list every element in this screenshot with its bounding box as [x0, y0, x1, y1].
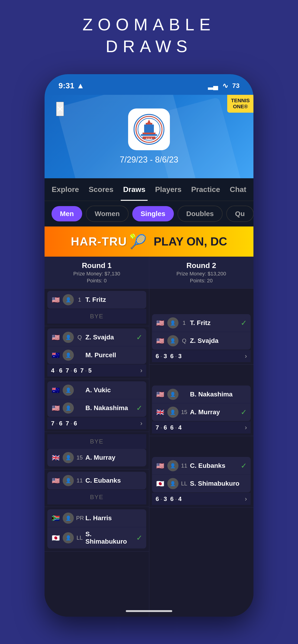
- score-detail-arrow[interactable]: ›: [140, 367, 142, 374]
- nav-tabs: Explore Scores Draws Players Practice Ch…: [45, 178, 253, 201]
- location-icon: ▲: [77, 81, 85, 90]
- score-set: 7 - 6: [51, 420, 63, 427]
- status-bar: 9:31 ▲ ▂▄ ∿ 73: [45, 74, 253, 95]
- flag-usa: 🇺🇸: [156, 338, 165, 344]
- winner-check: ✓: [241, 461, 247, 470]
- match-5: 🇺🇸 👤 11 C. Eubanks BYE: [45, 470, 149, 507]
- avatar: 👤: [167, 478, 178, 489]
- tab-practice[interactable]: Practice: [189, 178, 223, 201]
- winner-check: ✓: [136, 333, 143, 342]
- score-set: 6 - 3: [156, 352, 167, 360]
- filter-singles[interactable]: Singles: [132, 206, 174, 222]
- avatar: 👤: [63, 532, 74, 544]
- round-1-prize: Prize Money: $7,130: [49, 271, 144, 277]
- flag-usa: 🇺🇸: [156, 391, 165, 397]
- avatar: 👤: [63, 384, 74, 396]
- winner-check: ✓: [136, 534, 143, 542]
- player-row: 🇿🇦 👤 PR L. Harris: [47, 509, 146, 527]
- bye-row: BYE: [47, 490, 146, 504]
- flag-jpn: 🇯🇵: [51, 535, 60, 541]
- player-row: 🇺🇸 👤 B. Nakashima: [152, 386, 251, 403]
- match-6: 🇿🇦 👤 PR L. Harris 🇯🇵 👤 LL S. Shimabukuro…: [45, 507, 149, 552]
- avatar: 👤: [63, 475, 74, 486]
- flag-jpn: 🇯🇵: [156, 480, 165, 486]
- tab-players[interactable]: Players: [153, 178, 184, 201]
- r2-match-1: 🇺🇸 👤 1 T. Fritz ✓ 🇺🇸 👤 Q Z. Svajda: [149, 312, 254, 365]
- score-row: 7 - 6 6 - 4 ›: [152, 422, 251, 434]
- round-2-header: Round 2 Prize Money: $13,200 Points: 20: [149, 257, 254, 288]
- match-card-4[interactable]: 🇬🇧 👤 15 A. Murray: [47, 449, 146, 466]
- tennis-one-badge: TENNISONE®: [227, 95, 253, 113]
- score-detail-arrow[interactable]: ›: [140, 420, 142, 427]
- r2-match-card-2[interactable]: 🇺🇸 👤 B. Nakashima 🇬🇧 👤 15 A. Murray ✓: [152, 386, 251, 421]
- match-card-6[interactable]: 🇿🇦 👤 PR L. Harris 🇯🇵 👤 LL S. Shimabukuro…: [47, 509, 146, 548]
- round-2-column: Round 2 Prize Money: $13,200 Points: 20 …: [149, 257, 254, 617]
- player-row: 🇺🇸 👤 1 T. Fritz: [47, 291, 146, 308]
- score-detail-arrow[interactable]: ›: [245, 495, 247, 502]
- player-row: 🇬🇧 👤 15 A. Murray ✓: [152, 403, 251, 421]
- round-1-title: Round 1: [49, 261, 144, 270]
- score-set: 6 - 3: [170, 352, 181, 360]
- score-set: 4 - 6: [51, 367, 63, 374]
- round-2-title: Round 2: [154, 261, 249, 270]
- avatar: 👤: [63, 332, 74, 343]
- match-3: 🇦🇺 👤 A. Vukic 🇺🇸 👤 B. Nakashima ✓: [45, 379, 149, 432]
- avatar: 👤: [63, 294, 74, 305]
- winner-check: ✓: [241, 318, 247, 327]
- flag-gbr: 🇬🇧: [156, 409, 165, 415]
- player-row: 🇺🇸 👤 B. Nakashima ✓: [47, 399, 146, 417]
- banner-ad: HAR-TRU 🎾 PLAY ON, DC: [45, 226, 253, 257]
- player-row: 🇺🇸 👤 Q Z. Svajda: [152, 332, 251, 350]
- tab-scores[interactable]: Scores: [86, 178, 116, 201]
- banner-text-1: HAR-TRU: [71, 235, 127, 248]
- player-row: 🇬🇧 👤 15 A. Murray: [47, 449, 146, 466]
- filter-women[interactable]: Women: [86, 206, 129, 222]
- draws-content: Round 1 Prize Money: $7,130 Points: 0 🇺🇸…: [45, 257, 253, 617]
- tennis-ball-icon: 🎾: [129, 234, 147, 250]
- winner-check: ✓: [241, 408, 247, 416]
- winner-check: ✓: [136, 404, 143, 412]
- close-button[interactable]: ×: [56, 102, 64, 116]
- wifi-icon: ∿: [222, 82, 228, 90]
- player-row: 🇦🇺 👤 M. Purcell: [47, 346, 146, 364]
- match-card-5[interactable]: 🇺🇸 👤 11 C. Eubanks: [47, 472, 146, 490]
- score-row: 6 - 3 6 - 4 ›: [152, 493, 251, 505]
- match-card-2[interactable]: 🇺🇸 👤 Q Z. Svajda ✓ 🇦🇺 👤 M. Purcell: [47, 328, 146, 364]
- score-set: 7 - 6: [66, 420, 77, 427]
- r2-match-card-1[interactable]: 🇺🇸 👤 1 T. Fritz ✓ 🇺🇸 👤 Q Z. Svajda: [152, 314, 251, 350]
- avatar: 👤: [63, 512, 74, 524]
- match-1: 🇺🇸 👤 1 T. Fritz BYE: [45, 288, 149, 326]
- tab-draws[interactable]: Draws: [121, 178, 148, 201]
- score-row: 4 - 6 7 - 6 7 - 5: [47, 364, 146, 376]
- flag-aus: 🇦🇺: [51, 352, 60, 358]
- tab-chat[interactable]: Chat: [227, 178, 248, 201]
- round-2-prize: Prize Money: $13,200: [154, 271, 249, 277]
- score-detail-arrow[interactable]: ›: [245, 352, 247, 360]
- filter-men[interactable]: Men: [52, 206, 82, 222]
- tab-explore[interactable]: Explore: [50, 178, 81, 201]
- tournament-header: × TENNISONE® ★ ★ ★ 7/29/23 - 8/6/23: [45, 95, 253, 178]
- score-row: 6 - 3 6 - 3 ›: [152, 350, 251, 362]
- match-4: BYE 🇬🇧 👤 15 A. Murray: [45, 432, 149, 470]
- round-1-column: Round 1 Prize Money: $7,130 Points: 0 🇺🇸…: [45, 257, 149, 617]
- r2-match-card-3[interactable]: 🇺🇸 👤 11 C. Eubanks ✓ 🇯🇵 👤 LL S. Shimabuk…: [152, 457, 251, 492]
- flag-usa: 🇺🇸: [51, 405, 60, 411]
- score-set: 7 - 6: [66, 367, 77, 374]
- match-card-3[interactable]: 🇦🇺 👤 A. Vukic 🇺🇸 👤 B. Nakashima ✓: [47, 381, 146, 417]
- flag-aus: 🇦🇺: [51, 387, 60, 393]
- score-detail-arrow[interactable]: ›: [245, 424, 247, 431]
- filter-qual[interactable]: Qu: [226, 206, 253, 222]
- filter-doubles[interactable]: Doubles: [178, 206, 223, 222]
- home-indicator: [126, 610, 172, 612]
- match-2: 🇺🇸 👤 Q Z. Svajda ✓ 🇦🇺 👤 M. Purcell: [45, 326, 149, 379]
- avatar: 👤: [63, 402, 74, 414]
- flag-usa: 🇺🇸: [51, 334, 60, 340]
- avatar: 👤: [167, 317, 178, 328]
- filter-row: Men Women Singles Doubles Qu 📄 PDF: [45, 201, 253, 226]
- player-row: 🇦🇺 👤 A. Vukic: [47, 381, 146, 399]
- flag-zaf: 🇿🇦: [51, 515, 60, 521]
- signal-icon: ▂▄: [208, 82, 218, 90]
- player-row: 🇺🇸 👤 1 T. Fritz ✓: [152, 314, 251, 332]
- match-card-1[interactable]: 🇺🇸 👤 1 T. Fritz: [47, 291, 146, 308]
- flag-usa: 🇺🇸: [156, 320, 165, 326]
